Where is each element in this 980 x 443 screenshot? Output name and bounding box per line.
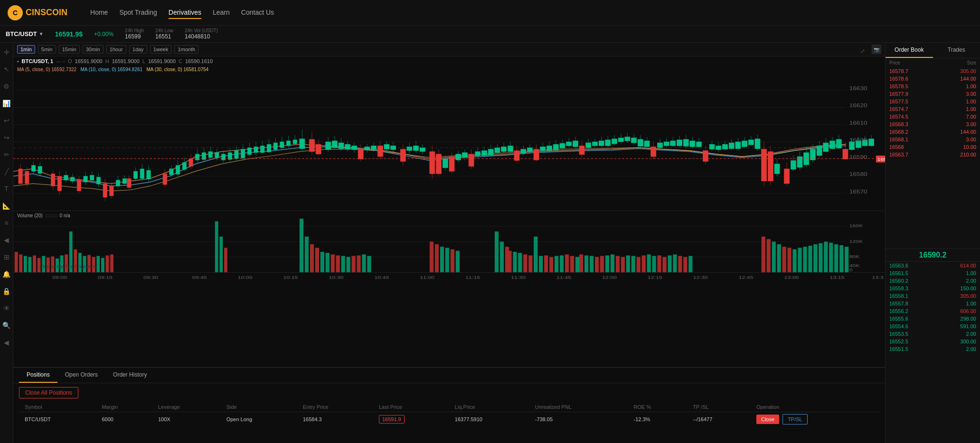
nav-home[interactable]: Home: [90, 7, 108, 19]
svg-rect-298: [215, 222, 218, 273]
volume-section: Volume (20) □ □ □ 0 n/a: [13, 211, 885, 272]
nav-spot[interactable]: Spot Trading: [119, 7, 157, 19]
ticker-symbol[interactable]: BTC/USDT ▼: [6, 30, 44, 37]
collapse-icon[interactable]: ◀: [1, 337, 12, 348]
svg-rect-373: [824, 242, 828, 273]
position-tpsl-button[interactable]: TP/SL: [782, 414, 808, 425]
svg-rect-307: [331, 254, 335, 272]
tab-open-orders[interactable]: Open Orders: [57, 368, 105, 383]
text-icon[interactable]: T: [1, 183, 12, 194]
svg-rect-328: [528, 256, 532, 272]
tf-5min[interactable]: 5min: [38, 45, 56, 54]
bottom-tabs: Positions Open Orders Order History: [13, 368, 885, 383]
ticker-high: 24h High 16599: [125, 28, 144, 40]
ticker-price: 16591.9$: [55, 30, 83, 38]
nav-contact[interactable]: Contact Us: [241, 7, 274, 19]
ob-bid-row: 16560.22.00: [886, 277, 980, 285]
svg-rect-306: [326, 253, 330, 272]
camera-icon[interactable]: 📷: [872, 45, 881, 54]
tf-1hour[interactable]: 1hour: [106, 45, 126, 54]
svg-text:16590: 16590: [849, 155, 867, 160]
undo-icon[interactable]: ↩: [1, 115, 12, 126]
ob-tab-orderbook[interactable]: Order Book: [886, 43, 933, 58]
svg-rect-352: [647, 254, 651, 272]
line-icon[interactable]: ╱: [1, 166, 12, 177]
position-side: Open Long: [221, 412, 297, 427]
tf-1month[interactable]: 1month: [174, 45, 198, 54]
col-symbol: Symbol: [19, 402, 96, 412]
layers-icon[interactable]: ⊞: [1, 251, 12, 263]
lock-icon[interactable]: 🔒: [1, 286, 12, 297]
ob-bid-row: 16561.51.00: [886, 269, 980, 277]
settings-icon[interactable]: ⚙: [1, 81, 12, 92]
nav-derivatives[interactable]: Derivatives: [169, 7, 201, 19]
eye-icon[interactable]: 👁: [1, 303, 12, 314]
table-row: BTC/USDT 6000 100X Open Long 16584.3 165…: [19, 412, 879, 427]
ticker-dropdown-icon[interactable]: ▼: [39, 31, 44, 37]
bottom-section: Positions Open Orders Order History Clos…: [13, 367, 885, 443]
svg-rect-354: [657, 256, 661, 272]
ob-ask-row: 1656810.00: [886, 143, 980, 151]
tab-positions[interactable]: Positions: [19, 368, 57, 383]
position-close-button[interactable]: Close: [756, 415, 779, 424]
svg-rect-369: [803, 247, 807, 272]
svg-rect-297: [110, 254, 113, 272]
back-icon[interactable]: ◀: [1, 234, 12, 246]
center-column: 1min 5min 15min 30min 1hour 1day 1week 1…: [13, 43, 885, 443]
zoom-icon[interactable]: 🔍: [1, 320, 12, 331]
svg-text:09:00: 09:00: [52, 275, 67, 280]
bar-chart-icon[interactable]: 📊: [1, 98, 12, 109]
candlestick-chart[interactable]: 16630 16620 16610 16600 16590 16580 1657…: [13, 73, 885, 211]
svg-text:16630: 16630: [849, 86, 867, 92]
svg-rect-332: [549, 257, 553, 272]
pencil-icon[interactable]: ✏: [1, 149, 12, 160]
ob-col-size: Size: [967, 60, 976, 65]
ticker-vol: 24h Vol (USDT) 14048810: [185, 28, 218, 40]
ob-tab-trades[interactable]: Trades: [933, 43, 980, 58]
svg-rect-326: [518, 253, 522, 272]
tf-1min[interactable]: 1min: [17, 45, 35, 54]
svg-rect-370: [808, 246, 812, 272]
svg-rect-290: [78, 253, 82, 272]
cursor-icon[interactable]: ↖: [1, 64, 12, 75]
svg-rect-311: [351, 256, 355, 272]
col-entry-price: Entry Price: [297, 402, 373, 412]
position-entry-price: 16584.3: [297, 412, 373, 427]
tf-15min[interactable]: 15min: [59, 45, 80, 54]
tf-1week[interactable]: 1week: [150, 45, 172, 54]
measure-icon[interactable]: 📐: [1, 200, 12, 212]
fullscreen-icon[interactable]: ⤢: [860, 48, 865, 55]
svg-rect-377: [845, 247, 848, 272]
tab-order-history[interactable]: Order History: [105, 368, 154, 383]
fibonacci-icon[interactable]: ≡: [1, 217, 12, 229]
chart-canvas[interactable]: ▪ BTC/USDT, 1 — ○ O 16591.9000 H 16591.9…: [13, 56, 885, 367]
ob-bid-row: 16551.52.00: [886, 345, 980, 353]
close-all-positions-button[interactable]: Close All Positions: [19, 387, 78, 398]
ob-ask-row: 16578.7305.00: [886, 67, 980, 75]
svg-text:09:15: 09:15: [98, 275, 113, 280]
ob-bid-row: 16556.2606.00: [886, 307, 980, 315]
tf-1day[interactable]: 1day: [129, 45, 147, 54]
positions-table: Symbol Margin Leverage Side Entry Price …: [19, 402, 879, 426]
ob-last-price: 16590.2: [886, 249, 980, 262]
svg-rect-331: [544, 256, 548, 272]
svg-rect-340: [584, 256, 588, 272]
nav-learn[interactable]: Learn: [213, 7, 230, 19]
svg-rect-299: [219, 237, 223, 272]
col-operation: Operation: [751, 402, 879, 412]
svg-rect-372: [819, 243, 822, 272]
tf-30min[interactable]: 30min: [83, 45, 104, 54]
ob-ask-row: 16578.51.00: [886, 83, 980, 90]
ohlc-h-val: 16591.9000: [112, 58, 140, 64]
svg-rect-376: [839, 245, 843, 272]
svg-rect-347: [621, 257, 625, 272]
svg-rect-321: [495, 231, 499, 272]
alert-icon[interactable]: 🔔: [1, 268, 12, 280]
ob-col-price: Price: [889, 60, 900, 65]
redo-icon[interactable]: ↪: [1, 132, 12, 143]
svg-rect-335: [565, 254, 569, 272]
ma2-label: MA (10, close, 0) 16594.8261: [80, 67, 142, 72]
crosshair-icon[interactable]: ✛: [1, 46, 12, 58]
x-axis: 09:00 09:15 09:30 09:45 10:00 10:15 10:3…: [13, 272, 885, 282]
col-pnl: Unrealized PNL: [529, 402, 628, 412]
